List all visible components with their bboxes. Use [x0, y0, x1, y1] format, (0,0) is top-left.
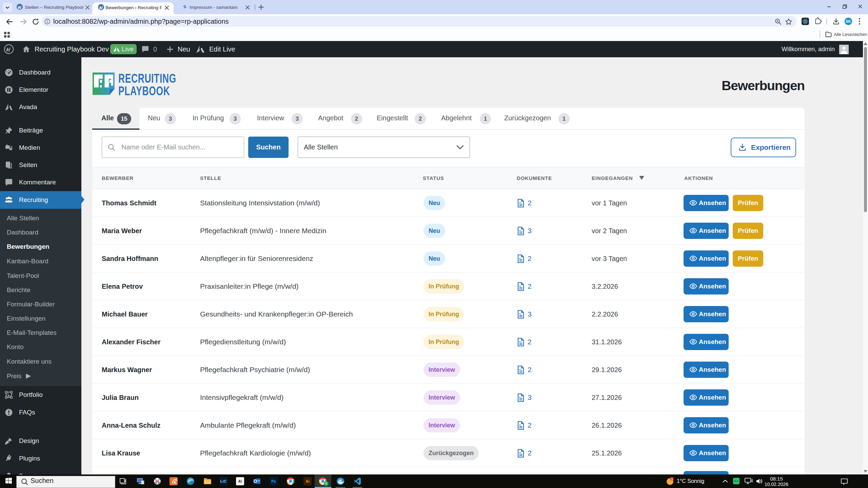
- svg-text:1: 1: [671, 477, 673, 481]
